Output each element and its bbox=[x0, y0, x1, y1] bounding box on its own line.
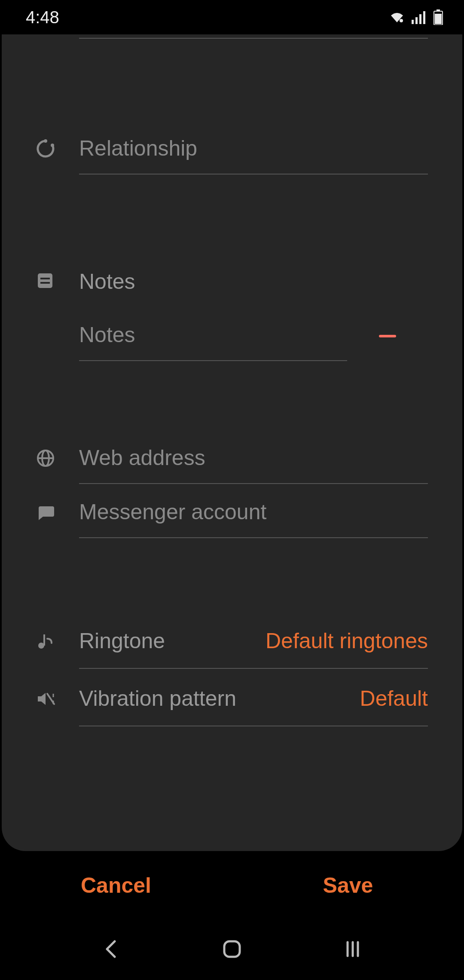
globe-icon bbox=[36, 449, 55, 469]
vibration-row[interactable]: Vibration pattern Default bbox=[36, 673, 428, 726]
messenger-row bbox=[36, 488, 428, 538]
notes-icon bbox=[36, 272, 54, 291]
svg-rect-7 bbox=[435, 14, 442, 24]
vibration-value: Default bbox=[360, 686, 428, 711]
cancel-button[interactable]: Cancel bbox=[0, 851, 232, 920]
contact-edit-form: Notes bbox=[2, 34, 462, 851]
relationship-row bbox=[36, 125, 428, 175]
web-address-input[interactable] bbox=[79, 434, 428, 484]
svg-rect-1 bbox=[412, 20, 414, 24]
previous-field-divider bbox=[79, 34, 428, 39]
status-bar: 4:48 bbox=[0, 0, 464, 34]
home-button[interactable] bbox=[221, 938, 243, 962]
minus-icon bbox=[379, 335, 396, 337]
svg-rect-2 bbox=[415, 17, 418, 24]
cellular-signal-icon bbox=[412, 10, 427, 24]
svg-rect-21 bbox=[224, 941, 240, 957]
status-icons bbox=[388, 9, 443, 25]
relationship-input[interactable] bbox=[79, 125, 428, 175]
web-address-row bbox=[36, 434, 428, 484]
ringtone-label: Ringtone bbox=[79, 628, 165, 653]
messenger-input[interactable] bbox=[79, 488, 428, 538]
notes-section-label: Notes bbox=[79, 260, 135, 303]
svg-point-8 bbox=[44, 139, 47, 143]
battery-icon bbox=[433, 9, 443, 25]
notes-header-row: Notes bbox=[36, 260, 428, 303]
action-bar: Cancel Save bbox=[0, 851, 464, 920]
ringtone-value: Default ringtones bbox=[266, 628, 428, 653]
svg-point-0 bbox=[400, 19, 403, 22]
chat-bubble-icon bbox=[36, 503, 55, 524]
svg-rect-17 bbox=[43, 634, 45, 646]
recent-apps-button[interactable] bbox=[342, 939, 363, 961]
wifi-icon bbox=[388, 10, 406, 24]
notes-input[interactable] bbox=[79, 311, 347, 361]
svg-point-16 bbox=[38, 643, 44, 649]
svg-rect-3 bbox=[419, 14, 421, 24]
music-note-icon bbox=[36, 632, 55, 652]
status-time: 4:48 bbox=[26, 8, 59, 27]
svg-rect-11 bbox=[40, 278, 50, 279]
notes-field-row bbox=[79, 311, 428, 361]
svg-point-9 bbox=[51, 144, 54, 147]
ringtone-row[interactable]: Ringtone Default ringtones bbox=[36, 616, 428, 669]
svg-rect-12 bbox=[40, 282, 50, 284]
system-nav-bar bbox=[0, 920, 464, 980]
back-button[interactable] bbox=[101, 939, 122, 961]
vibration-mute-icon bbox=[36, 689, 56, 710]
relationship-icon bbox=[36, 139, 55, 160]
svg-rect-10 bbox=[38, 273, 52, 288]
vibration-label: Vibration pattern bbox=[79, 686, 236, 711]
save-button[interactable]: Save bbox=[232, 851, 464, 920]
svg-rect-4 bbox=[423, 11, 425, 24]
remove-notes-button[interactable] bbox=[347, 319, 428, 353]
